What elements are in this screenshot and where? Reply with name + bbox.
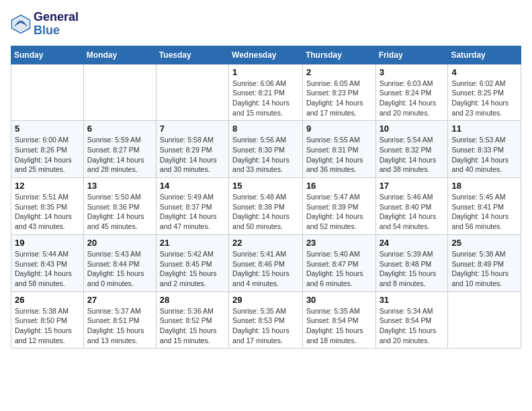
day-info: Sunrise: 5:38 AM Sunset: 8:50 PM Dayligh…: [15, 306, 80, 346]
calendar-cell: 28Sunrise: 5:36 AM Sunset: 8:52 PM Dayli…: [156, 291, 228, 349]
day-number: 11: [451, 124, 517, 134]
calendar-cell: 21Sunrise: 5:42 AM Sunset: 8:45 PM Dayli…: [156, 234, 228, 291]
calendar-cell: 14Sunrise: 5:49 AM Sunset: 8:37 PM Dayli…: [156, 178, 228, 235]
calendar-cell: 1Sunrise: 6:06 AM Sunset: 8:21 PM Daylig…: [229, 64, 303, 121]
calendar-cell: 25Sunrise: 5:38 AM Sunset: 8:49 PM Dayli…: [448, 234, 521, 291]
day-number: 12: [15, 181, 80, 191]
day-number: 23: [306, 238, 372, 248]
day-header-wednesday: Wednesday: [229, 46, 303, 64]
day-number: 20: [87, 238, 152, 248]
day-info: Sunrise: 5:59 AM Sunset: 8:27 PM Dayligh…: [87, 135, 152, 175]
day-info: Sunrise: 5:51 AM Sunset: 8:35 PM Dayligh…: [15, 192, 80, 232]
day-number: 22: [232, 238, 299, 248]
day-info: Sunrise: 6:02 AM Sunset: 8:25 PM Dayligh…: [451, 79, 517, 118]
day-number: 24: [380, 238, 445, 248]
day-number: 1: [232, 67, 299, 77]
day-number: 18: [451, 181, 517, 191]
day-info: Sunrise: 5:54 AM Sunset: 8:32 PM Dayligh…: [380, 135, 445, 175]
day-info: Sunrise: 5:39 AM Sunset: 8:48 PM Dayligh…: [380, 249, 445, 289]
day-info: Sunrise: 5:45 AM Sunset: 8:41 PM Dayligh…: [451, 192, 517, 232]
calendar-cell: 9Sunrise: 5:55 AM Sunset: 8:31 PM Daylig…: [302, 121, 375, 178]
day-info: Sunrise: 5:56 AM Sunset: 8:30 PM Dayligh…: [232, 135, 299, 175]
day-number: 14: [160, 181, 225, 191]
calendar-cell: 6Sunrise: 5:59 AM Sunset: 8:27 PM Daylig…: [83, 121, 156, 178]
day-info: Sunrise: 5:46 AM Sunset: 8:40 PM Dayligh…: [380, 192, 445, 232]
calendar-cell: 3Sunrise: 6:03 AM Sunset: 8:24 PM Daylig…: [375, 64, 448, 121]
day-number: 31: [380, 295, 445, 305]
day-number: 29: [232, 295, 299, 305]
calendar-cell: 2Sunrise: 6:05 AM Sunset: 8:23 PM Daylig…: [302, 64, 375, 121]
day-info: Sunrise: 5:58 AM Sunset: 8:29 PM Dayligh…: [160, 135, 225, 175]
day-number: 7: [160, 124, 225, 134]
day-number: 8: [232, 124, 299, 134]
day-number: 17: [380, 181, 445, 191]
day-number: 30: [306, 295, 372, 305]
calendar-cell: 12Sunrise: 5:51 AM Sunset: 8:35 PM Dayli…: [11, 178, 84, 235]
day-info: Sunrise: 5:44 AM Sunset: 8:43 PM Dayligh…: [15, 249, 80, 289]
day-info: Sunrise: 5:40 AM Sunset: 8:47 PM Dayligh…: [306, 249, 372, 289]
calendar-cell: 5Sunrise: 6:00 AM Sunset: 8:26 PM Daylig…: [11, 121, 84, 178]
day-header-monday: Monday: [83, 46, 156, 64]
calendar-cell: 23Sunrise: 5:40 AM Sunset: 8:47 PM Dayli…: [302, 234, 375, 291]
calendar-cell: 26Sunrise: 5:38 AM Sunset: 8:50 PM Dayli…: [11, 291, 84, 349]
calendar-cell: 11Sunrise: 5:53 AM Sunset: 8:33 PM Dayli…: [448, 121, 521, 178]
day-info: Sunrise: 5:43 AM Sunset: 8:44 PM Dayligh…: [87, 249, 152, 289]
day-number: 2: [306, 67, 372, 77]
calendar-cell: 16Sunrise: 5:47 AM Sunset: 8:39 PM Dayli…: [302, 178, 375, 235]
calendar-cell: 31Sunrise: 5:34 AM Sunset: 8:54 PM Dayli…: [375, 291, 448, 349]
calendar-cell: 4Sunrise: 6:02 AM Sunset: 8:25 PM Daylig…: [448, 64, 521, 121]
day-info: Sunrise: 5:55 AM Sunset: 8:31 PM Dayligh…: [306, 135, 372, 175]
day-info: Sunrise: 6:06 AM Sunset: 8:21 PM Dayligh…: [232, 79, 299, 118]
calendar-cell: [448, 291, 521, 349]
day-number: 5: [15, 124, 80, 134]
day-info: Sunrise: 5:53 AM Sunset: 8:33 PM Dayligh…: [451, 135, 517, 175]
day-number: 10: [380, 124, 445, 134]
calendar-cell: [11, 64, 84, 121]
day-info: Sunrise: 5:41 AM Sunset: 8:46 PM Dayligh…: [232, 249, 299, 289]
day-number: 26: [15, 295, 80, 305]
day-header-sunday: Sunday: [11, 46, 84, 64]
calendar-cell: [83, 64, 156, 121]
day-number: 21: [160, 238, 225, 248]
day-info: Sunrise: 5:35 AM Sunset: 8:54 PM Dayligh…: [306, 306, 372, 346]
day-header-saturday: Saturday: [448, 46, 521, 64]
day-info: Sunrise: 5:48 AM Sunset: 8:38 PM Dayligh…: [232, 192, 299, 232]
day-info: Sunrise: 6:03 AM Sunset: 8:24 PM Dayligh…: [380, 79, 445, 118]
day-info: Sunrise: 6:00 AM Sunset: 8:26 PM Dayligh…: [15, 135, 80, 175]
day-number: 4: [451, 67, 517, 77]
day-number: 15: [232, 181, 299, 191]
day-number: 27: [87, 295, 152, 305]
calendar-cell: 13Sunrise: 5:50 AM Sunset: 8:36 PM Dayli…: [83, 178, 156, 235]
day-number: 13: [87, 181, 152, 191]
day-info: Sunrise: 5:34 AM Sunset: 8:54 PM Dayligh…: [380, 306, 445, 346]
day-info: Sunrise: 5:38 AM Sunset: 8:49 PM Dayligh…: [451, 249, 517, 289]
day-info: Sunrise: 6:05 AM Sunset: 8:23 PM Dayligh…: [306, 79, 372, 118]
day-info: Sunrise: 5:50 AM Sunset: 8:36 PM Dayligh…: [87, 192, 152, 232]
day-info: Sunrise: 5:47 AM Sunset: 8:39 PM Dayligh…: [306, 192, 372, 232]
calendar-cell: 7Sunrise: 5:58 AM Sunset: 8:29 PM Daylig…: [156, 121, 228, 178]
day-header-tuesday: Tuesday: [156, 46, 228, 64]
day-number: 16: [306, 181, 372, 191]
calendar-cell: 17Sunrise: 5:46 AM Sunset: 8:40 PM Dayli…: [375, 178, 448, 235]
day-info: Sunrise: 5:37 AM Sunset: 8:51 PM Dayligh…: [87, 306, 152, 346]
calendar-cell: 27Sunrise: 5:37 AM Sunset: 8:51 PM Dayli…: [83, 291, 156, 349]
calendar-cell: 10Sunrise: 5:54 AM Sunset: 8:32 PM Dayli…: [375, 121, 448, 178]
day-info: Sunrise: 5:35 AM Sunset: 8:53 PM Dayligh…: [232, 306, 299, 346]
day-number: 6: [87, 124, 152, 134]
day-info: Sunrise: 5:49 AM Sunset: 8:37 PM Dayligh…: [160, 192, 225, 232]
day-number: 3: [380, 67, 445, 77]
calendar-cell: 18Sunrise: 5:45 AM Sunset: 8:41 PM Dayli…: [448, 178, 521, 235]
logo-icon: [11, 14, 31, 34]
day-header-friday: Friday: [375, 46, 448, 64]
calendar-cell: 22Sunrise: 5:41 AM Sunset: 8:46 PM Dayli…: [229, 234, 303, 291]
logo-text: General Blue: [34, 11, 79, 38]
day-info: Sunrise: 5:42 AM Sunset: 8:45 PM Dayligh…: [160, 249, 225, 289]
page-header: General Blue: [11, 11, 521, 38]
day-info: Sunrise: 5:36 AM Sunset: 8:52 PM Dayligh…: [160, 306, 225, 346]
calendar-cell: 24Sunrise: 5:39 AM Sunset: 8:48 PM Dayli…: [375, 234, 448, 291]
calendar-cell: 20Sunrise: 5:43 AM Sunset: 8:44 PM Dayli…: [83, 234, 156, 291]
calendar-table: SundayMondayTuesdayWednesdayThursdayFrid…: [11, 46, 521, 349]
day-number: 25: [451, 238, 517, 248]
calendar-cell: 29Sunrise: 5:35 AM Sunset: 8:53 PM Dayli…: [229, 291, 303, 349]
calendar-cell: 30Sunrise: 5:35 AM Sunset: 8:54 PM Dayli…: [302, 291, 375, 349]
